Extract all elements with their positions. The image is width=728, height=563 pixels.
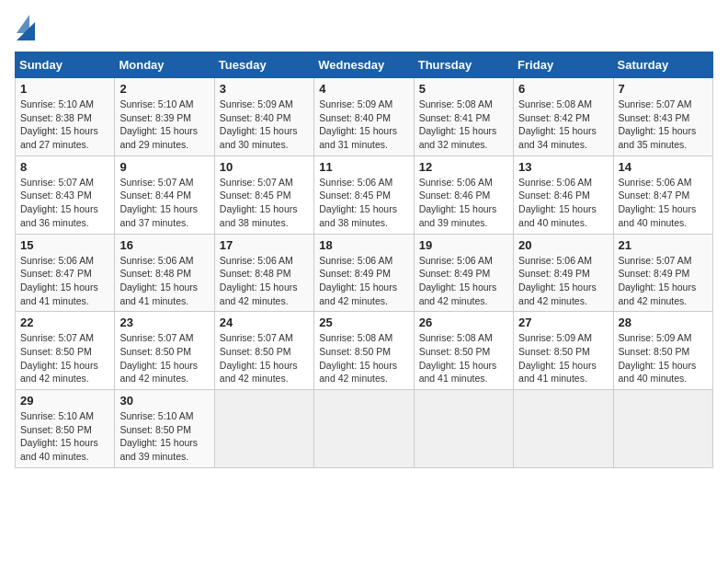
day-info: Sunrise: 5:10 AMSunset: 8:38 PMDaylight:… xyxy=(20,98,98,150)
day-number: 20 xyxy=(518,238,608,252)
day-info: Sunrise: 5:08 AMSunset: 8:42 PMDaylight:… xyxy=(518,98,597,150)
calendar-cell: 11 Sunrise: 5:06 AMSunset: 8:45 PMDaylig… xyxy=(314,155,414,234)
day-info: Sunrise: 5:08 AMSunset: 8:50 PMDaylight:… xyxy=(319,332,397,384)
page-header xyxy=(15,15,713,40)
day-number: 17 xyxy=(220,238,309,252)
calendar-cell: 28 Sunrise: 5:09 AMSunset: 8:50 PMDaylig… xyxy=(613,312,712,390)
calendar-cell: 21 Sunrise: 5:07 AMSunset: 8:49 PMDaylig… xyxy=(613,234,712,312)
calendar-cell: 29 Sunrise: 5:10 AMSunset: 8:50 PMDaylig… xyxy=(16,390,115,468)
day-number: 14 xyxy=(619,160,708,174)
svg-marker-1 xyxy=(17,15,29,33)
day-number: 6 xyxy=(518,82,608,96)
day-info: Sunrise: 5:07 AMSunset: 8:50 PMDaylight:… xyxy=(20,332,98,384)
day-info: Sunrise: 5:06 AMSunset: 8:47 PMDaylight:… xyxy=(619,177,697,228)
logo xyxy=(15,15,39,40)
calendar-cell: 2 Sunrise: 5:10 AMSunset: 8:39 PMDayligh… xyxy=(115,78,214,156)
day-number: 29 xyxy=(20,394,109,408)
calendar-cell: 9 Sunrise: 5:07 AMSunset: 8:44 PMDayligh… xyxy=(115,155,214,234)
day-info: Sunrise: 5:09 AMSunset: 8:50 PMDaylight:… xyxy=(619,332,697,384)
day-info: Sunrise: 5:06 AMSunset: 8:48 PMDaylight:… xyxy=(119,255,198,306)
day-number: 21 xyxy=(619,238,708,252)
day-number: 19 xyxy=(419,238,508,252)
calendar-cell xyxy=(613,390,712,468)
weekday-header: Thursday xyxy=(414,52,513,78)
day-number: 11 xyxy=(319,160,408,174)
day-info: Sunrise: 5:07 AMSunset: 8:45 PMDaylight:… xyxy=(220,177,298,228)
calendar-cell: 16 Sunrise: 5:06 AMSunset: 8:48 PMDaylig… xyxy=(115,234,214,312)
calendar-cell: 24 Sunrise: 5:07 AMSunset: 8:50 PMDaylig… xyxy=(214,312,313,390)
calendar-cell: 1 Sunrise: 5:10 AMSunset: 8:38 PMDayligh… xyxy=(16,78,115,156)
day-info: Sunrise: 5:06 AMSunset: 8:46 PMDaylight:… xyxy=(518,177,597,228)
day-info: Sunrise: 5:07 AMSunset: 8:43 PMDaylight:… xyxy=(619,98,697,150)
weekday-header: Wednesday xyxy=(314,52,414,78)
calendar-week-row: 22 Sunrise: 5:07 AMSunset: 8:50 PMDaylig… xyxy=(16,312,713,390)
day-info: Sunrise: 5:06 AMSunset: 8:49 PMDaylight:… xyxy=(518,255,597,306)
day-number: 15 xyxy=(20,238,109,252)
day-info: Sunrise: 5:10 AMSunset: 8:50 PMDaylight:… xyxy=(119,410,198,462)
calendar-cell: 19 Sunrise: 5:06 AMSunset: 8:49 PMDaylig… xyxy=(414,234,513,312)
day-info: Sunrise: 5:07 AMSunset: 8:49 PMDaylight:… xyxy=(619,255,697,306)
day-info: Sunrise: 5:07 AMSunset: 8:50 PMDaylight:… xyxy=(220,332,298,384)
day-info: Sunrise: 5:09 AMSunset: 8:40 PMDaylight:… xyxy=(220,98,298,150)
day-number: 23 xyxy=(119,316,209,329)
calendar-cell: 3 Sunrise: 5:09 AMSunset: 8:40 PMDayligh… xyxy=(214,78,313,156)
day-info: Sunrise: 5:08 AMSunset: 8:41 PMDaylight:… xyxy=(419,98,497,150)
day-info: Sunrise: 5:07 AMSunset: 8:50 PMDaylight:… xyxy=(119,332,198,384)
calendar-cell: 25 Sunrise: 5:08 AMSunset: 8:50 PMDaylig… xyxy=(314,312,414,390)
weekday-header: Tuesday xyxy=(214,52,313,78)
calendar-cell: 20 Sunrise: 5:06 AMSunset: 8:49 PMDaylig… xyxy=(514,234,613,312)
calendar-cell xyxy=(414,390,513,468)
day-number: 7 xyxy=(619,82,708,96)
day-number: 16 xyxy=(119,238,209,252)
day-info: Sunrise: 5:07 AMSunset: 8:44 PMDaylight:… xyxy=(119,177,198,228)
day-number: 8 xyxy=(20,160,109,174)
day-number: 18 xyxy=(319,238,408,252)
day-number: 5 xyxy=(419,82,508,96)
calendar-cell: 30 Sunrise: 5:10 AMSunset: 8:50 PMDaylig… xyxy=(115,390,214,468)
calendar-cell: 14 Sunrise: 5:06 AMSunset: 8:47 PMDaylig… xyxy=(613,155,712,234)
day-number: 28 xyxy=(619,316,708,329)
day-info: Sunrise: 5:07 AMSunset: 8:43 PMDaylight:… xyxy=(20,177,98,228)
day-info: Sunrise: 5:08 AMSunset: 8:50 PMDaylight:… xyxy=(419,332,497,384)
day-number: 1 xyxy=(20,82,109,96)
day-number: 10 xyxy=(220,160,309,174)
calendar-week-row: 15 Sunrise: 5:06 AMSunset: 8:47 PMDaylig… xyxy=(16,234,713,312)
day-info: Sunrise: 5:06 AMSunset: 8:49 PMDaylight:… xyxy=(319,255,397,306)
calendar-cell: 12 Sunrise: 5:06 AMSunset: 8:46 PMDaylig… xyxy=(414,155,513,234)
calendar-header-row: SundayMondayTuesdayWednesdayThursdayFrid… xyxy=(16,52,713,78)
day-number: 9 xyxy=(119,160,209,174)
calendar-cell: 5 Sunrise: 5:08 AMSunset: 8:41 PMDayligh… xyxy=(414,78,513,156)
day-number: 13 xyxy=(518,160,608,174)
calendar-cell: 7 Sunrise: 5:07 AMSunset: 8:43 PMDayligh… xyxy=(613,78,712,156)
day-number: 27 xyxy=(518,316,608,329)
day-info: Sunrise: 5:09 AMSunset: 8:50 PMDaylight:… xyxy=(518,332,597,384)
day-info: Sunrise: 5:06 AMSunset: 8:48 PMDaylight:… xyxy=(220,255,298,306)
calendar-cell: 13 Sunrise: 5:06 AMSunset: 8:46 PMDaylig… xyxy=(514,155,613,234)
calendar-cell: 23 Sunrise: 5:07 AMSunset: 8:50 PMDaylig… xyxy=(115,312,214,390)
day-number: 25 xyxy=(319,316,408,329)
day-number: 2 xyxy=(119,82,209,96)
weekday-header: Friday xyxy=(514,52,613,78)
calendar-cell xyxy=(314,390,414,468)
calendar-cell: 26 Sunrise: 5:08 AMSunset: 8:50 PMDaylig… xyxy=(414,312,513,390)
calendar-cell: 22 Sunrise: 5:07 AMSunset: 8:50 PMDaylig… xyxy=(16,312,115,390)
day-info: Sunrise: 5:09 AMSunset: 8:40 PMDaylight:… xyxy=(319,98,397,150)
day-info: Sunrise: 5:10 AMSunset: 8:39 PMDaylight:… xyxy=(119,98,198,150)
calendar-cell: 17 Sunrise: 5:06 AMSunset: 8:48 PMDaylig… xyxy=(214,234,313,312)
day-number: 22 xyxy=(20,316,109,329)
calendar-cell: 6 Sunrise: 5:08 AMSunset: 8:42 PMDayligh… xyxy=(514,78,613,156)
day-number: 30 xyxy=(119,394,209,408)
calendar-week-row: 29 Sunrise: 5:10 AMSunset: 8:50 PMDaylig… xyxy=(16,390,713,468)
weekday-header: Sunday xyxy=(16,52,115,78)
day-info: Sunrise: 5:10 AMSunset: 8:50 PMDaylight:… xyxy=(20,410,98,462)
day-number: 3 xyxy=(220,82,309,96)
calendar-cell xyxy=(214,390,313,468)
day-number: 12 xyxy=(419,160,508,174)
calendar-cell: 8 Sunrise: 5:07 AMSunset: 8:43 PMDayligh… xyxy=(16,155,115,234)
day-info: Sunrise: 5:06 AMSunset: 8:45 PMDaylight:… xyxy=(319,177,397,228)
calendar-cell: 15 Sunrise: 5:06 AMSunset: 8:47 PMDaylig… xyxy=(16,234,115,312)
weekday-header: Monday xyxy=(115,52,214,78)
calendar-cell: 18 Sunrise: 5:06 AMSunset: 8:49 PMDaylig… xyxy=(314,234,414,312)
day-number: 4 xyxy=(319,82,408,96)
day-info: Sunrise: 5:06 AMSunset: 8:47 PMDaylight:… xyxy=(20,255,98,306)
